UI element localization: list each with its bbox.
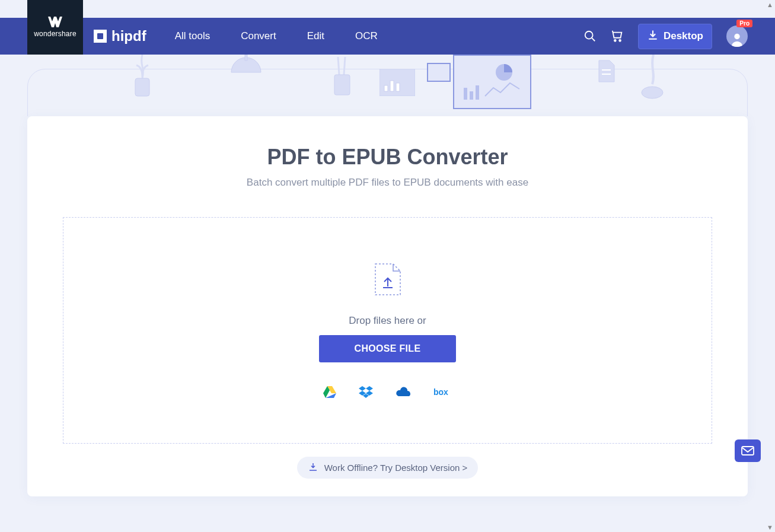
download-icon xyxy=(647,29,659,44)
dropbox-icon[interactable] xyxy=(359,386,373,398)
svg-rect-9 xyxy=(334,75,350,95)
wondershare-brand-tab[interactable]: wondershare xyxy=(27,0,83,55)
main-nav: All tools Convert Edit OCR xyxy=(175,30,378,42)
document-icon xyxy=(598,59,615,83)
decorative-strip xyxy=(0,55,775,116)
svg-rect-12 xyxy=(390,81,394,91)
svg-rect-11 xyxy=(384,85,388,91)
svg-rect-13 xyxy=(396,83,400,91)
hipdf-logo[interactable]: hipdf xyxy=(94,28,146,44)
mail-icon xyxy=(741,446,754,455)
search-icon[interactable] xyxy=(583,30,597,43)
svg-point-0 xyxy=(585,31,593,39)
desktop-button[interactable]: Desktop xyxy=(638,24,712,49)
page-title: PDF to EPUB Converter xyxy=(63,145,712,170)
svg-line-1 xyxy=(592,38,595,41)
hipdf-logo-text: hipdf xyxy=(111,28,146,44)
account-avatar[interactable]: Pro xyxy=(726,26,748,47)
svg-line-8 xyxy=(344,57,345,75)
svg-point-4 xyxy=(734,34,739,39)
svg-point-3 xyxy=(619,40,621,42)
header-bar: wondershare hipdf All tools Convert Edit… xyxy=(0,18,775,55)
wondershare-logo-icon xyxy=(48,17,62,27)
hipdf-logo-icon xyxy=(94,30,107,43)
photo-icon xyxy=(427,63,451,82)
pencil-cup-icon xyxy=(331,57,355,97)
lamp-icon xyxy=(225,55,267,81)
cloud-source-row: box xyxy=(323,386,452,398)
nav-convert[interactable]: Convert xyxy=(241,30,276,42)
dashboard-icon xyxy=(453,55,531,109)
svg-line-7 xyxy=(338,57,339,75)
cart-icon[interactable] xyxy=(611,30,624,43)
svg-rect-22 xyxy=(742,447,754,455)
plant-icon xyxy=(125,55,160,102)
pro-badge: Pro xyxy=(736,20,752,27)
svg-rect-5 xyxy=(135,78,149,96)
scroll-up-icon: ▲ xyxy=(767,1,773,8)
svg-rect-16 xyxy=(470,91,473,100)
nav-edit[interactable]: Edit xyxy=(307,30,324,42)
desktop-button-label: Desktop xyxy=(664,30,703,42)
svg-rect-15 xyxy=(464,88,467,100)
upload-file-icon xyxy=(374,263,401,298)
svg-rect-10 xyxy=(379,69,415,96)
google-drive-icon[interactable] xyxy=(323,386,336,398)
offline-cta-text: Work Offline? Try Desktop Version > xyxy=(324,463,468,473)
box-icon[interactable]: box xyxy=(433,387,452,397)
wondershare-label: wondershare xyxy=(34,30,76,38)
converter-card: PDF to EPUB Converter Batch convert mult… xyxy=(27,116,748,496)
drop-hint: Drop files here or xyxy=(349,315,426,327)
file-dropzone[interactable]: Drop files here or CHOOSE FILE box xyxy=(63,217,712,444)
quill-icon xyxy=(638,55,668,101)
svg-text:box: box xyxy=(433,387,448,397)
svg-rect-17 xyxy=(476,85,479,100)
nav-all-tools[interactable]: All tools xyxy=(175,30,211,42)
svg-rect-6 xyxy=(245,55,247,60)
nav-ocr[interactable]: OCR xyxy=(355,30,378,42)
svg-point-2 xyxy=(614,40,616,42)
page-subtitle: Batch convert multiple PDF files to EPUB… xyxy=(63,177,712,189)
header-right: Desktop Pro xyxy=(583,24,775,49)
svg-point-20 xyxy=(642,87,663,98)
onedrive-icon[interactable] xyxy=(396,387,411,397)
feedback-mail-button[interactable] xyxy=(735,439,761,462)
avatar-icon xyxy=(726,26,748,47)
choose-file-button[interactable]: CHOOSE FILE xyxy=(319,335,457,362)
bar-chart-icon xyxy=(379,69,415,96)
download-square-icon xyxy=(308,461,318,474)
offline-cta-pill[interactable]: Work Offline? Try Desktop Version > xyxy=(297,457,479,479)
